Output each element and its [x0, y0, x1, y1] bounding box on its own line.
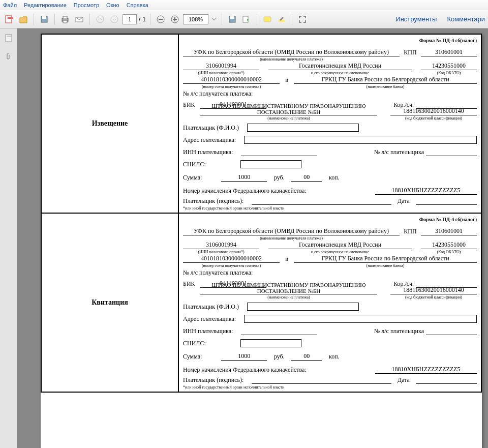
menu-edit[interactable]: Редактирование — [24, 2, 67, 8]
kbk-caption: (код бюджетной классификации) — [390, 295, 477, 300]
zoom-in-icon[interactable] — [169, 13, 181, 25]
account-caption: (номер счета получателя платежа) — [183, 263, 280, 268]
footnote: *или иной государственный орган исполнит… — [183, 385, 477, 390]
purpose-value: ШТРАФ ПО АДМИНИСТРАТИВНОМУ ПРАВОНАРУШЕНИ… — [200, 103, 377, 115]
comment-tab[interactable]: Комментари — [447, 15, 485, 23]
recipient: УФК по Белгородской области (ОМВД России… — [183, 227, 400, 235]
payer-fio-label: Плательщик (Ф.И.О.) — [183, 303, 239, 311]
zoom-out-icon[interactable] — [155, 13, 167, 25]
payer-addr-box — [244, 136, 477, 144]
inn-value: 3106001994 — [183, 241, 259, 249]
purpose-caption: (наименование платежа) — [200, 295, 377, 300]
okato-caption: (Код ОКАТО) — [421, 71, 477, 75]
save-alt-icon[interactable] — [226, 13, 238, 25]
payer-ls-value — [426, 148, 477, 156]
attachments-icon[interactable] — [3, 51, 14, 62]
payer-inn-value — [241, 148, 317, 156]
payer-fio-box — [247, 303, 359, 311]
gai-caption: и его сокращенное наименование — [268, 71, 412, 75]
menu-window[interactable]: Окно — [106, 2, 119, 8]
sum-rub-value: 1000 — [221, 352, 267, 361]
payer-inn-label: ИНН плательщика: — [183, 327, 233, 335]
ls-label: № л/с получателя платежа: — [183, 90, 253, 98]
svg-rect-1 — [8, 17, 13, 19]
date-line — [416, 376, 477, 384]
payer-ls-label: № л/с плательщика — [374, 148, 424, 156]
bank-value: ГРКЦ ГУ Банка России по Белгородской обл… — [294, 76, 477, 84]
bank-caption: (наименование банка) — [294, 263, 477, 268]
page-down-icon[interactable] — [108, 13, 120, 25]
date-label: Дата — [393, 197, 414, 205]
okato-caption: (Код ОКАТО) — [421, 250, 477, 254]
recipient: УФК по Белгородской области (ОМВД России… — [183, 48, 400, 56]
kpp-value: 310601001 — [421, 227, 477, 235]
convert-icon[interactable] — [240, 13, 253, 25]
save-icon[interactable] — [38, 13, 50, 25]
svg-rect-16 — [230, 16, 234, 19]
bik-label: БИК — [183, 280, 198, 288]
sum-label: Сумма: — [183, 353, 202, 361]
toolbar: / 1 Инструменты Комментари — [0, 10, 488, 28]
pdf-create-icon[interactable] — [3, 13, 15, 25]
page-number-input[interactable] — [123, 14, 137, 24]
inn-value: 3106001994 — [183, 62, 259, 70]
kbk-caption: (код бюджетной классификации) — [390, 116, 477, 121]
snils-box — [240, 160, 301, 168]
section-title: Квитанция — [41, 213, 178, 392]
payer-addr-box — [244, 315, 477, 323]
tools-tab[interactable]: Инструменты — [395, 15, 437, 23]
in-label: в — [282, 76, 292, 84]
page-up-icon[interactable] — [94, 13, 106, 25]
snils-label: СНИЛС: — [183, 340, 206, 347]
svg-rect-0 — [6, 16, 12, 23]
open-icon[interactable] — [17, 13, 29, 25]
form-number: Форма № ПД-4 сб(налог) — [183, 38, 477, 43]
sidebar — [0, 28, 17, 448]
sum-kop-value: 00 — [291, 352, 322, 361]
kbk-value: 18811630020016000140 — [390, 286, 477, 294]
thumbnails-icon[interactable] — [3, 33, 14, 44]
in-label: в — [282, 255, 292, 263]
ls-label: № л/с получателя платежа: — [183, 269, 253, 277]
accrual-label: Номер начисления Федерального казначейст… — [183, 187, 307, 195]
date-line — [416, 197, 477, 205]
footnote: *или иной государственный орган исполнит… — [183, 206, 477, 211]
menu-help[interactable]: Справка — [127, 2, 148, 8]
okato-value: 14230551000 — [421, 62, 477, 70]
recipient-caption: (наименование получателя платежа) — [183, 57, 400, 62]
email-icon[interactable] — [73, 13, 85, 25]
recipient-caption: (наименование получателя платежа) — [183, 236, 400, 241]
bank-caption: (наименование банка) — [294, 84, 477, 89]
page-area[interactable]: Извещение Форма № ПД-4 сб(налог) УФК по … — [17, 28, 488, 448]
accrual-label: Номер начисления Федерального казначейст… — [183, 366, 307, 374]
kop-label: коп. — [324, 353, 344, 361]
svg-rect-3 — [42, 16, 46, 19]
sum-rub-value: 1000 — [221, 173, 267, 182]
zoom-dropdown-icon[interactable] — [210, 13, 218, 25]
payer-addr-label: Адрес плательщика: — [183, 315, 236, 323]
note-icon[interactable] — [261, 13, 273, 25]
date-label: Дата — [393, 376, 414, 384]
gai-caption: и его сокращенное наименование — [268, 250, 412, 254]
svg-rect-18 — [264, 17, 271, 22]
sign-label: Плательщик (подпись): — [183, 197, 243, 205]
snils-box — [240, 339, 301, 347]
form-number: Форма № ПД-4 сб(налог) — [183, 217, 477, 222]
payer-addr-label: Адрес плательщика: — [183, 136, 236, 144]
form-body: Форма № ПД-4 сб(налог) УФК по Белгородск… — [178, 34, 481, 213]
svg-point-9 — [111, 16, 118, 23]
rub-label: руб. — [269, 353, 289, 361]
inn-caption: (ИНН налогового органа*) — [183, 250, 259, 254]
sign-line — [252, 376, 391, 384]
print-icon[interactable] — [59, 13, 71, 25]
payer-fio-box — [247, 124, 359, 132]
fullscreen-icon[interactable] — [296, 13, 309, 25]
gai-value: Госавтоинспекция МВД России — [268, 241, 412, 249]
payer-ls-value — [426, 327, 477, 335]
menu-view[interactable]: Просмотр — [74, 2, 99, 8]
svg-rect-21 — [7, 36, 11, 37]
highlight-icon[interactable] — [276, 13, 288, 25]
zoom-input[interactable] — [183, 14, 208, 24]
rub-label: руб. — [269, 174, 289, 182]
menu-file[interactable]: Файл — [3, 2, 17, 8]
